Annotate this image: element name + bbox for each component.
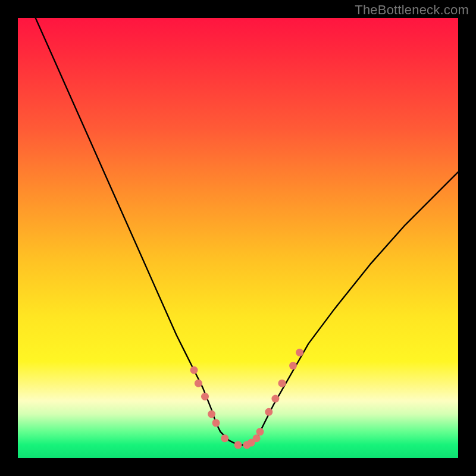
marker-dot	[296, 349, 303, 356]
curve-overlay	[18, 18, 458, 458]
bottleneck-curve	[36, 18, 458, 445]
marker-dot	[212, 419, 220, 427]
marker-dot	[195, 380, 202, 387]
marker-dot	[271, 395, 279, 403]
marker-dot	[256, 428, 264, 436]
marker-dot	[208, 411, 215, 418]
plot-area	[18, 18, 458, 458]
marker-dot	[253, 434, 261, 442]
marker-dot	[221, 434, 228, 442]
marker-dot	[278, 380, 286, 387]
highlighted-points	[190, 349, 304, 449]
marker-dot	[201, 393, 209, 400]
chart-frame: TheBottleneck.com	[0, 0, 476, 476]
marker-dot	[234, 441, 242, 449]
marker-dot	[190, 367, 198, 374]
marker-dot	[265, 408, 273, 416]
watermark-text: TheBottleneck.com	[355, 2, 469, 18]
marker-dot	[289, 362, 297, 369]
